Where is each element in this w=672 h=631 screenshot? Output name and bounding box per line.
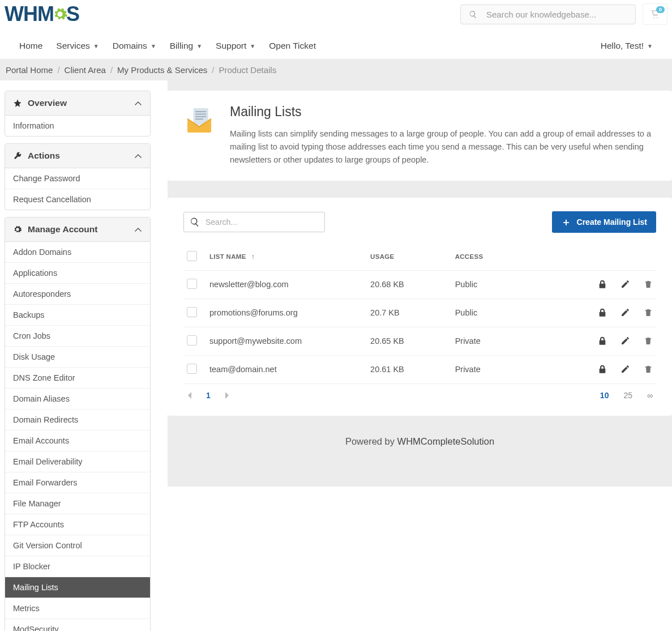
svg-rect-1 (195, 111, 206, 112)
star-icon (13, 99, 22, 108)
nav-domains[interactable]: Domains▼ (106, 33, 163, 59)
nav-services[interactable]: Services▼ (49, 33, 105, 59)
panel-header-overview[interactable]: Overview (5, 91, 150, 116)
create-mailing-list-button[interactable]: ＋ Create Mailing List (552, 211, 656, 233)
sidebar-item-dns-zone-editor[interactable]: DNS Zone Editor (5, 368, 150, 389)
pager-current[interactable]: 1 (206, 391, 211, 400)
kb-search-input[interactable] (486, 10, 627, 19)
kb-search[interactable] (460, 5, 636, 24)
edit-icon[interactable] (620, 364, 630, 374)
search-icon (190, 217, 200, 227)
trash-icon[interactable] (644, 279, 653, 289)
select-all-checkbox[interactable] (187, 251, 197, 261)
nav-open-ticket[interactable]: Open Ticket (262, 33, 323, 59)
sidebar-item-domain-redirects[interactable]: Domain Redirects (5, 410, 150, 430)
breadcrumb-link[interactable]: Portal Home (6, 65, 53, 75)
sidebar-item-backups[interactable]: Backups (5, 305, 150, 326)
create-button-label: Create Mailing List (577, 218, 647, 227)
row-usage: 20.65 KB (370, 336, 455, 346)
sidebar-item-request-cancellation[interactable]: Request Cancellation (5, 189, 150, 210)
lock-icon[interactable] (598, 336, 607, 346)
sidebar-item-ip-blocker[interactable]: IP Blocker (5, 556, 150, 577)
sidebar-item-mailing-lists[interactable]: Mailing Lists (5, 577, 150, 598)
sidebar-item-disk-usage[interactable]: Disk Usage (5, 347, 150, 368)
sidebar-item-file-manager[interactable]: File Manager (5, 493, 150, 514)
sidebar-item-domain-aliases[interactable]: Domain Aliases (5, 389, 150, 410)
table-row: support@mywebsite.com20.65 KBPrivate (183, 327, 656, 356)
chevron-up-icon (134, 153, 142, 159)
sidebar-item-cron-jobs[interactable]: Cron Jobs (5, 326, 150, 347)
sidebar-item-email-deliverability[interactable]: Email Deliverability (5, 451, 150, 472)
svg-rect-3 (195, 116, 206, 117)
lock-icon[interactable] (598, 364, 607, 374)
sidebar-item-autoresponders[interactable]: Autoresponders (5, 284, 150, 305)
row-name[interactable]: support@mywebsite.com (209, 336, 370, 346)
row-access: Public (455, 280, 573, 289)
nav-home[interactable]: Home (12, 33, 49, 59)
nav-support[interactable]: Support▼ (209, 33, 262, 59)
logo-text-right: S (66, 2, 79, 26)
row-name[interactable]: promotions@forums.org (209, 308, 370, 317)
col-usage-header[interactable]: USAGE (370, 253, 455, 260)
sidebar-item-addon-domains[interactable]: Addon Domains (5, 242, 150, 263)
sidebar-item-email-accounts[interactable]: Email Accounts (5, 430, 150, 451)
sidebar-item-metrics[interactable]: Metrics (5, 598, 150, 619)
svg-rect-2 (195, 114, 206, 115)
table-search[interactable] (183, 212, 325, 232)
pager-next[interactable] (224, 391, 230, 399)
page-size-10[interactable]: 10 (600, 391, 609, 400)
lock-icon[interactable] (598, 308, 607, 318)
panel-header-actions[interactable]: Actions (5, 144, 150, 168)
footer: Powered by WHMCompleteSolution (168, 433, 672, 470)
edit-icon[interactable] (620, 336, 630, 346)
pager-prev[interactable] (187, 391, 192, 399)
row-access: Private (455, 336, 573, 346)
lock-icon[interactable] (598, 279, 607, 289)
table-row: promotions@forums.org20.7 KBPublic (183, 299, 656, 327)
sidebar-item-email-forwarders[interactable]: Email Forwarders (5, 472, 150, 493)
logo[interactable]: WHM S (5, 2, 79, 26)
nav-billing[interactable]: Billing▼ (163, 33, 209, 59)
col-access-header[interactable]: ACCESS (455, 253, 573, 260)
sidebar-item-change-password[interactable]: Change Password (5, 168, 150, 189)
caret-down-icon: ▼ (151, 43, 156, 49)
row-access: Private (455, 365, 573, 374)
chevron-up-icon (134, 100, 142, 106)
row-checkbox[interactable] (187, 364, 197, 374)
trash-icon[interactable] (644, 336, 653, 346)
cart-button[interactable]: 0 (643, 3, 667, 25)
table-row: newsletter@blog.com20.68 KBPublic (183, 271, 656, 299)
sidebar-item-modsecurity[interactable]: ModSecurity (5, 619, 150, 631)
sidebar-item-information[interactable]: Information (5, 116, 150, 136)
trash-icon[interactable] (644, 308, 653, 318)
row-name[interactable]: team@domain.net (209, 365, 370, 374)
breadcrumb-link[interactable]: Client Area (65, 65, 106, 75)
trash-icon[interactable] (644, 364, 653, 374)
edit-icon[interactable] (620, 308, 630, 318)
gear-icon (13, 225, 22, 234)
search-icon (469, 10, 477, 19)
page-size-25[interactable]: 25 (623, 391, 632, 400)
sidebar-item-ftp-accounts[interactable]: FTP Accounts (5, 514, 150, 535)
sidebar-item-git-version-control[interactable]: Git Version Control (5, 535, 150, 556)
row-checkbox[interactable] (187, 307, 197, 317)
row-name[interactable]: newsletter@blog.com (209, 280, 370, 289)
row-checkbox[interactable] (187, 335, 197, 346)
table-search-input[interactable] (206, 218, 319, 227)
page-size-∞[interactable]: ∞ (647, 391, 653, 400)
row-checkbox[interactable] (187, 279, 197, 289)
row-usage: 20.61 KB (370, 365, 455, 374)
user-menu[interactable]: Hello, Test! ▼ (594, 33, 660, 59)
gear-icon (52, 6, 68, 22)
mailing-list-icon (183, 104, 215, 136)
sidebar-item-applications[interactable]: Applications (5, 263, 150, 284)
col-name-header[interactable]: LIST NAME ↑ (209, 253, 370, 260)
caret-down-icon: ▼ (647, 43, 653, 49)
breadcrumb-link[interactable]: My Products & Services (117, 65, 207, 75)
edit-icon[interactable] (620, 279, 630, 289)
sort-asc-icon: ↑ (251, 253, 255, 260)
row-usage: 20.68 KB (370, 280, 455, 289)
breadcrumb-current: Product Details (219, 65, 276, 75)
panel-header-manage-account[interactable]: Manage Account (5, 218, 150, 242)
wrench-icon (13, 151, 22, 160)
